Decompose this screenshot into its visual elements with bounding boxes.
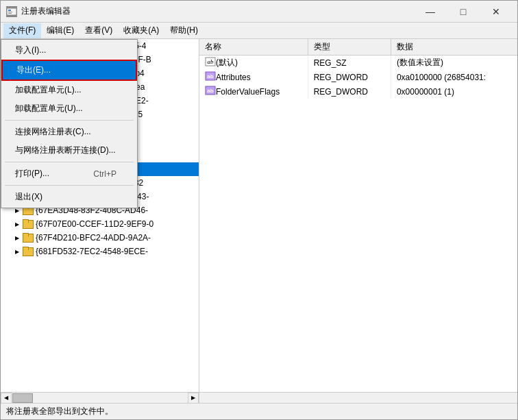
cell-data: 0xa0100000 (26854031: [391, 70, 517, 84]
svg-rect-28 [23, 208, 33, 214]
hscroll-left-thumb[interactable] [12, 393, 33, 403]
tree-arrow[interactable] [12, 219, 23, 230]
table-row[interactable]: ab AttributesREG_DWORD0xa0100000 (268540… [199, 70, 517, 84]
cell-name: ab (默认) [199, 55, 308, 71]
menu-load-hive[interactable]: 加载配置单元(L)... [1, 81, 137, 99]
menu-unload-hive[interactable]: 卸载配置单元(U)... [1, 99, 137, 118]
menu-view[interactable]: 查看(V) [79, 23, 118, 38]
col-data[interactable]: 数据 [391, 39, 517, 55]
menu-disconnect-network[interactable]: 与网络注册表断开连接(D)... [1, 141, 137, 160]
left-hscroll[interactable]: ◀ ▶ [1, 393, 199, 403]
minimize-button[interactable]: — [415, 1, 446, 22]
menu-print[interactable]: 打印(P)... Ctrl+P [1, 164, 137, 183]
col-name[interactable]: 名称 [199, 39, 308, 55]
menu-favorites[interactable]: 收藏夹(A) [118, 23, 164, 38]
registry-table: 名称 类型 数据 ab (默认)REG_SZ(数值未设置) ab Attribu… [199, 39, 517, 99]
svg-rect-34 [23, 249, 33, 256]
folder-icon [23, 219, 34, 229]
window-icon [6, 6, 17, 17]
menu-sep2 [5, 162, 134, 162]
tree-item-label: {681FD532-7EC2-4548-9ECE- [36, 247, 148, 256]
menu-help[interactable]: 帮助(H) [164, 23, 204, 38]
hscroll-left-right-btn[interactable]: ▶ [188, 393, 199, 404]
menu-edit[interactable]: 编辑(E) [41, 23, 79, 38]
col-type[interactable]: 类型 [308, 39, 391, 55]
cell-name: ab FolderValueFlags [199, 84, 308, 99]
menu-sep1 [5, 120, 134, 121]
title-bar: 注册表编辑器 — □ ✕ [1, 1, 517, 23]
svg-rect-2 [8, 12, 12, 12]
cell-type: REG_DWORD [308, 84, 391, 99]
folder-icon [23, 233, 34, 243]
tree-arrow[interactable] [12, 232, 23, 243]
value-name: (默认) [216, 57, 238, 69]
maximize-button[interactable]: □ [447, 1, 479, 22]
menu-bar: 文件(F) 编辑(E) 查看(V) 收藏夹(A) 帮助(H) 导入(I)... … [1, 23, 517, 39]
folder-icon [23, 247, 34, 256]
value-name: FolderValueFlags [216, 87, 280, 97]
tree-item-label: {67F4D210-BFC2-4ADD-9A2A- [36, 233, 151, 243]
close-button[interactable]: ✕ [480, 1, 512, 22]
dword-icon: ab [205, 71, 216, 83]
tree-arrow[interactable] [12, 246, 23, 257]
dword-icon: ab [205, 86, 216, 97]
right-hscroll[interactable] [199, 393, 517, 403]
window: 注册表编辑器 — □ ✕ 文件(F) 编辑(E) 查看(V) 收藏夹(A) 帮助… [0, 0, 518, 420]
svg-rect-33 [23, 234, 27, 236]
svg-rect-31 [23, 220, 27, 222]
menu-import[interactable]: 导入(I)... [1, 41, 137, 60]
tree-item[interactable]: {681FD532-7EC2-4548-9ECE- [1, 245, 199, 258]
title-controls: — □ ✕ [415, 1, 512, 22]
cell-name: ab Attributes [199, 70, 308, 84]
value-name: Attributes [216, 73, 251, 82]
tree-item[interactable]: {67F4D210-BFC2-4ADD-9A2A- [1, 231, 199, 245]
svg-text:ab: ab [207, 73, 213, 79]
svg-text:ab: ab [208, 58, 214, 65]
horizontal-scrollbar-container: ◀ ▶ [1, 392, 517, 403]
cell-type: REG_SZ [308, 55, 391, 71]
cell-data: (数值未设置) [391, 55, 517, 71]
menu-sep3 [5, 185, 134, 186]
file-menu: 导入(I)... 导出(E)... 加载配置单元(L)... 卸载配置单元(U)… [1, 39, 138, 208]
menu-connect-network[interactable]: 连接网络注册表(C)... [1, 123, 137, 141]
cell-data: 0x00000001 (1) [391, 84, 517, 99]
hscroll-left-track[interactable] [12, 393, 188, 404]
registry-pane: 名称 类型 数据 ab (默认)REG_SZ(数值未设置) ab Attribu… [199, 39, 517, 392]
svg-rect-3 [8, 13, 12, 14]
menu-exit[interactable]: 退出(X) [1, 188, 137, 206]
tree-item-label: {67F07E00-CCEF-11D2-9EF9-0 [36, 219, 153, 229]
svg-rect-1 [8, 10, 11, 11]
sz-icon: ab [205, 57, 216, 69]
hscroll-left-btn[interactable]: ◀ [1, 393, 12, 404]
menu-file[interactable]: 文件(F) [3, 23, 41, 38]
tree-item[interactable]: {67F07E00-CCEF-11D2-9EF9-0 [1, 217, 199, 231]
window-title: 注册表编辑器 [21, 5, 415, 17]
menu-export[interactable]: 导出(E)... [1, 60, 137, 81]
svg-rect-30 [23, 221, 33, 228]
table-row[interactable]: ab FolderValueFlagsREG_DWORD0x00000001 (… [199, 84, 517, 99]
file-dropdown: 导入(I)... 导出(E)... 加载配置单元(L)... 卸载配置单元(U)… [1, 39, 138, 208]
cell-type: REG_DWORD [308, 70, 391, 84]
svg-rect-35 [23, 247, 27, 249]
table-row[interactable]: ab (默认)REG_SZ(数值未设置) [199, 55, 517, 71]
status-bar: 将注册表全部导出到文件中。 [1, 403, 517, 419]
svg-rect-32 [23, 235, 33, 242]
svg-text:ab: ab [207, 88, 213, 94]
status-text: 将注册表全部导出到文件中。 [6, 406, 113, 417]
